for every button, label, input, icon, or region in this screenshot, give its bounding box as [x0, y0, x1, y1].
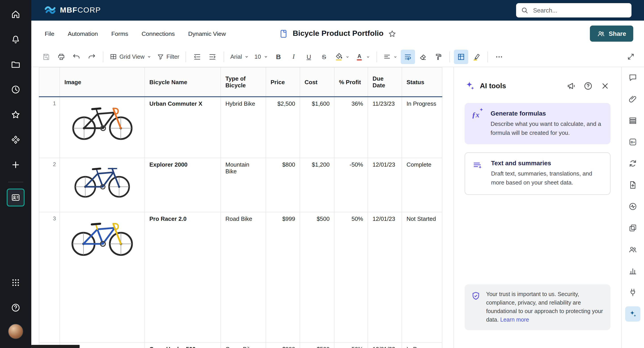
- column-header-status[interactable]: Status: [402, 67, 442, 97]
- cell-cost[interactable]: $1,600: [300, 97, 334, 158]
- notifications-bell-icon[interactable]: [7, 31, 24, 48]
- workspace-selected-icon[interactable]: [7, 189, 24, 207]
- cell-format-button[interactable]: [454, 50, 468, 64]
- cell-status[interactable]: Complete: [402, 158, 442, 212]
- fill-color-button[interactable]: [332, 50, 352, 64]
- underline-button[interactable]: U: [302, 50, 316, 64]
- column-header-name[interactable]: Bicycle Name: [145, 67, 221, 97]
- learn-more-link[interactable]: Learn more: [500, 317, 529, 323]
- cell-type[interactable]: Hybrid Bike: [221, 97, 266, 158]
- strikethrough-button[interactable]: S: [317, 50, 331, 64]
- cell-due-date[interactable]: 12/01/23: [368, 212, 402, 342]
- cell-due-date[interactable]: 11/23/23: [368, 97, 402, 158]
- eraser-button[interactable]: [416, 50, 430, 64]
- outdent-button[interactable]: [190, 50, 204, 64]
- row-number[interactable]: 3: [39, 212, 60, 342]
- row-layers-icon[interactable]: [625, 113, 640, 128]
- filter-button[interactable]: Filter: [155, 50, 182, 64]
- cell-image[interactable]: [60, 212, 145, 342]
- expand-button[interactable]: [624, 50, 638, 64]
- row-number[interactable]: 2: [39, 158, 60, 212]
- browse-folder-icon[interactable]: [7, 56, 24, 73]
- cell-cost[interactable]: $1,200: [300, 158, 334, 212]
- font-size-selector[interactable]: 10: [252, 50, 270, 64]
- close-icon[interactable]: [600, 81, 610, 91]
- announcement-icon[interactable]: [566, 81, 576, 91]
- more-options-button[interactable]: [492, 50, 506, 64]
- save-button[interactable]: [39, 50, 53, 64]
- print-button[interactable]: [54, 50, 68, 64]
- create-new-plus-icon[interactable]: [7, 156, 24, 174]
- copy-sheet-icon[interactable]: [625, 220, 640, 236]
- cell-image[interactable]: [60, 97, 145, 158]
- cell-status[interactable]: In Progress: [402, 97, 442, 158]
- align-button[interactable]: [381, 50, 400, 64]
- cell-profit[interactable]: -50%: [334, 158, 368, 212]
- column-header-price[interactable]: Price: [266, 67, 300, 97]
- font-family-selector[interactable]: Arial: [228, 50, 251, 64]
- indent-button[interactable]: [205, 50, 220, 64]
- menu-file[interactable]: File: [45, 29, 54, 39]
- favorites-star-icon[interactable]: [7, 106, 24, 124]
- panel-help-icon[interactable]: [583, 81, 594, 91]
- wrap-text-button[interactable]: [400, 50, 415, 64]
- account-avatar[interactable]: [8, 324, 23, 339]
- column-header-due[interactable]: Due Date: [368, 67, 402, 97]
- cell-status[interactable]: Not Started: [402, 212, 442, 342]
- cell-type[interactable]: Mountain Bike: [221, 158, 266, 212]
- italic-button[interactable]: I: [286, 50, 301, 64]
- ai-tools-icon[interactable]: [625, 306, 640, 321]
- publish-file-icon[interactable]: [625, 177, 640, 193]
- corner-header[interactable]: [39, 67, 60, 97]
- global-search[interactable]: [516, 3, 632, 18]
- brandfolder-icon[interactable]: B+: [625, 134, 640, 150]
- bold-button[interactable]: B: [271, 50, 286, 64]
- horizontal-scrollbar-track[interactable]: [31, 345, 454, 348]
- cell-due-date[interactable]: 12/01/23: [368, 158, 402, 212]
- attachments-icon[interactable]: [625, 91, 640, 107]
- comments-icon[interactable]: [625, 70, 640, 85]
- redo-button[interactable]: [84, 50, 99, 64]
- cell-profit[interactable]: 36%: [334, 97, 368, 158]
- highlight-button[interactable]: [469, 50, 483, 64]
- menu-connections[interactable]: Connections: [142, 29, 175, 39]
- cell-image[interactable]: [60, 158, 145, 212]
- home-icon[interactable]: [7, 5, 24, 23]
- cell-price[interactable]: $800: [266, 158, 300, 212]
- column-header-image[interactable]: Image: [60, 67, 145, 97]
- cell-bicycle-name[interactable]: Pro Racer 2.0: [145, 212, 221, 342]
- column-header-cost[interactable]: Cost: [300, 67, 334, 97]
- search-input[interactable]: [532, 7, 627, 14]
- generate-formulas-card[interactable]: ƒx✦ Generate formulas Describe what you …: [465, 103, 610, 144]
- activity-log-icon[interactable]: [625, 199, 640, 214]
- app-launcher-icon[interactable]: [7, 274, 24, 292]
- text-summaries-card[interactable]: Text and summaries Draft text, summaries…: [465, 152, 610, 195]
- view-selector[interactable]: Grid View: [107, 50, 154, 64]
- cell-profit[interactable]: 50%: [334, 212, 368, 342]
- menu-dynamic-view[interactable]: Dynamic View: [188, 29, 226, 39]
- format-painter-button[interactable]: [431, 50, 445, 64]
- recents-clock-icon[interactable]: [7, 81, 24, 99]
- favorite-star-icon[interactable]: [388, 29, 396, 38]
- menu-forms[interactable]: Forms: [111, 29, 128, 39]
- cell-type[interactable]: Road Bike: [221, 212, 266, 342]
- cell-price[interactable]: $2,500: [266, 97, 300, 158]
- solutions-icon[interactable]: [7, 131, 24, 149]
- horizontal-scrollbar-thumb[interactable]: [31, 345, 80, 348]
- help-icon[interactable]: [7, 299, 24, 317]
- undo-button[interactable]: [69, 50, 84, 64]
- sharing-people-icon[interactable]: [625, 242, 640, 257]
- update-requests-icon[interactable]: [625, 156, 640, 171]
- insights-chart-icon[interactable]: [625, 263, 640, 279]
- cell-price[interactable]: $999: [266, 212, 300, 342]
- menu-automation[interactable]: Automation: [68, 29, 98, 39]
- cell-bicycle-name[interactable]: Explorer 2000: [145, 158, 221, 212]
- row-number[interactable]: 1: [39, 97, 60, 158]
- text-color-button[interactable]: A: [353, 50, 372, 64]
- cell-cost[interactable]: $500: [300, 212, 334, 342]
- connections-plug-icon[interactable]: [625, 285, 640, 300]
- brand-logo[interactable]: MBFCORP: [45, 5, 101, 15]
- share-button[interactable]: Share: [590, 26, 633, 42]
- cell-bicycle-name[interactable]: Urban Commuter X: [145, 97, 221, 158]
- column-header-type[interactable]: Type of Bicycle: [221, 67, 266, 97]
